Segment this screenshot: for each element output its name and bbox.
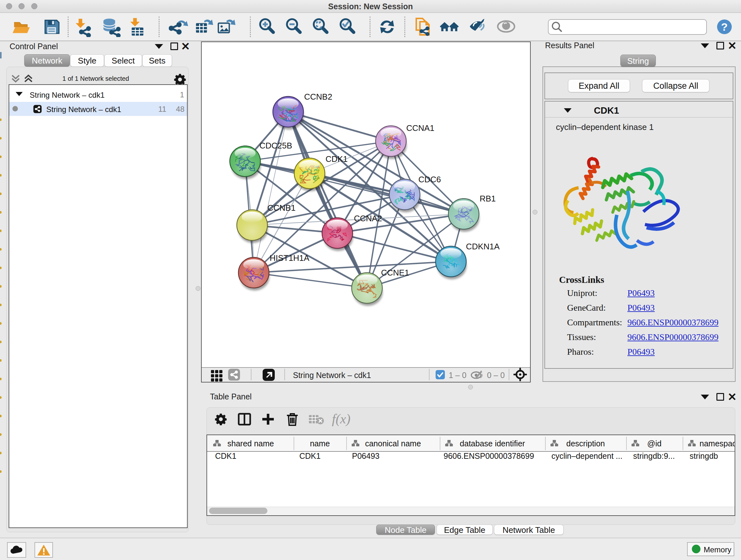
svg-text:CDC25B: CDC25B [259, 141, 292, 150]
svg-text:CCNE1: CCNE1 [381, 268, 409, 277]
svg-text:CDC6: CDC6 [418, 175, 441, 184]
svg-text:CCNB1: CCNB1 [267, 203, 295, 212]
svg-text:CDKN1A: CDKN1A [466, 242, 500, 251]
svg-text:HIST1H1A: HIST1H1A [270, 253, 310, 263]
svg-text:RB1: RB1 [480, 194, 496, 203]
svg-text:?: ? [721, 21, 728, 33]
svg-text:CDK1: CDK1 [326, 154, 347, 164]
svg-text:CCNB2: CCNB2 [304, 92, 332, 102]
svg-text:CCNA2: CCNA2 [354, 213, 382, 223]
svg-text:CCNA1: CCNA1 [406, 123, 434, 133]
